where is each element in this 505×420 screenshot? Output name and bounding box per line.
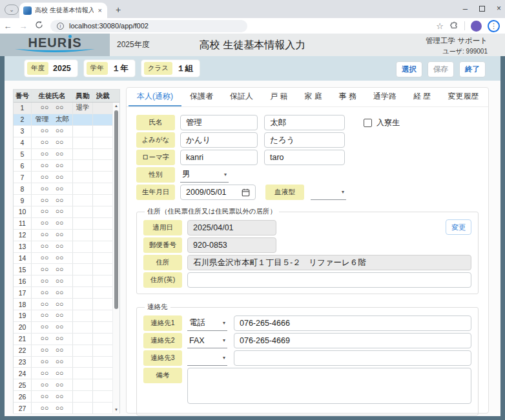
roster-row[interactable]: 4○○ ○○ — [14, 137, 119, 149]
tab-item[interactable]: 家 庭 — [296, 88, 330, 106]
given-kana-input[interactable]: たろう — [264, 132, 345, 148]
roster-row[interactable]: 18○○ ○○ — [14, 299, 119, 310]
browser-tab[interactable]: 高校 生徒基本情報入力 - HEUR × — [19, 3, 107, 18]
contact-type-select[interactable]: FAX▾ — [187, 334, 227, 348]
action-button[interactable]: 選択 — [396, 61, 422, 77]
contact-label: 連絡先2 — [143, 333, 182, 348]
minimize-icon[interactable]: – — [463, 4, 468, 14]
app-page: HEURS 2025年度 高校 生徒基本情報入力 管理工学 サポート ユーザ: … — [0, 34, 505, 420]
roster-row[interactable]: 26○○ ○○ — [14, 391, 119, 403]
roster-cell-name: ○○ ○○ — [32, 264, 73, 275]
tab-item[interactable]: 保証人 — [222, 88, 262, 106]
roster-row[interactable]: 16○○ ○○ — [14, 275, 119, 287]
contact-value-input[interactable] — [234, 350, 471, 366]
tab-item[interactable]: 変更履歴 — [439, 88, 487, 106]
filter-chip[interactable]: クラス１組 — [141, 60, 200, 77]
profile-avatar[interactable] — [471, 21, 482, 32]
roster-cell-approval — [93, 299, 112, 310]
contact-label: 連絡先3 — [143, 350, 182, 366]
tab-item[interactable]: 本人(通称) — [129, 88, 181, 106]
forward-icon[interactable]: → — [15, 21, 31, 31]
tab-item[interactable]: 事 務 — [331, 88, 365, 106]
roster-row[interactable]: 8○○ ○○ — [14, 183, 119, 195]
extensions-icon[interactable] — [449, 21, 459, 30]
roster-row[interactable]: 20○○ ○○ — [14, 322, 119, 334]
roster-row[interactable]: 14○○ ○○ — [14, 253, 119, 265]
roster-row[interactable]: 9○○ ○○ — [14, 195, 119, 206]
roster-row[interactable]: 3○○ ○○ — [14, 126, 119, 137]
tab-item[interactable]: 経 歴 — [405, 88, 439, 106]
given-romaji-input[interactable]: taro — [264, 150, 345, 165]
back-icon[interactable]: ← — [0, 21, 15, 31]
close-icon[interactable]: × — [497, 4, 501, 13]
scrollbar-thumb[interactable] — [114, 110, 118, 309]
blood-type-select[interactable]: ▾ — [311, 185, 346, 200]
tab-item[interactable]: 保護者 — [181, 88, 222, 106]
roster-row[interactable]: 23○○ ○○ — [14, 357, 119, 368]
calendar-icon[interactable] — [242, 188, 250, 197]
roster-row[interactable]: 22○○ ○○ — [14, 345, 119, 357]
bookmark-star-icon[interactable]: ☆ — [436, 21, 444, 31]
roster-cell-name: ○○ ○○ — [32, 322, 73, 333]
url-bar[interactable]: i localhost:30080/app/f002 — [50, 20, 247, 32]
roster-cell-no: 18 — [14, 299, 32, 310]
roster-row[interactable]: 5○○ ○○ — [14, 149, 119, 161]
tab-item[interactable]: 通学路 — [365, 88, 405, 106]
action-button[interactable]: 終了 — [459, 61, 486, 77]
contact-type-select[interactable]: 電話▾ — [187, 316, 227, 331]
scroll-up-icon[interactable]: ▲ — [113, 104, 119, 108]
family-kana-input[interactable]: かんり — [180, 132, 258, 148]
scroll-down-icon[interactable]: ▼ — [113, 408, 119, 412]
roster-row[interactable]: 2管理 太郎 — [14, 114, 119, 126]
roster-row[interactable]: 19○○ ○○ — [14, 310, 119, 322]
address-en-input[interactable] — [187, 272, 471, 288]
filter-chip[interactable]: 年度2025 — [25, 60, 77, 77]
contact-value-input[interactable]: 076-265-4669 — [234, 333, 471, 348]
roster-cell-approval — [93, 253, 112, 264]
roster-row[interactable]: 25○○ ○○ — [14, 379, 119, 391]
tab-search-icon[interactable]: ⌄ — [5, 5, 19, 15]
roster-row[interactable]: 11○○ ○○ — [14, 218, 119, 230]
org-name: 管理工学 サポート — [426, 36, 488, 46]
change-address-button[interactable]: 変更 — [446, 219, 471, 235]
dormitory-checkbox[interactable] — [364, 119, 372, 127]
roster-row[interactable]: 13○○ ○○ — [14, 241, 119, 253]
roster-row[interactable]: 6○○ ○○ — [14, 160, 119, 172]
roster-row[interactable]: 24○○ ○○ — [14, 368, 119, 379]
roster-row[interactable]: 15○○ ○○ — [14, 264, 119, 275]
contact-value-input[interactable]: 076-265-4666 — [234, 315, 471, 331]
site-info-icon[interactable]: i — [57, 23, 64, 30]
roster-row[interactable]: 1○○ ○○退学 — [14, 103, 119, 114]
blood-label: 血液型 — [265, 185, 304, 200]
note-textarea[interactable] — [187, 368, 471, 404]
roster-cell-no: 2 — [14, 114, 32, 125]
birth-date-input[interactable]: 2009/05/01 — [180, 185, 256, 200]
tab-item[interactable]: 戸 籍 — [262, 88, 296, 106]
gender-select[interactable]: 男 ▾ — [180, 168, 229, 183]
note-row: 備考 — [143, 368, 471, 404]
tab-close-icon[interactable]: × — [97, 6, 103, 14]
roster-row[interactable]: 12○○ ○○ — [14, 230, 119, 241]
roster-row[interactable]: 27○○ ○○ — [14, 403, 119, 414]
roster-row[interactable]: 17○○ ○○ — [14, 287, 119, 299]
roster-row[interactable]: 10○○ ○○ — [14, 206, 119, 218]
roster-row[interactable]: 7○○ ○○ — [14, 172, 119, 183]
browser-menu-icon[interactable]: ⋮ — [488, 20, 500, 32]
maximize-icon[interactable] — [479, 6, 485, 12]
filter-chip[interactable]: 学年１年 — [84, 60, 135, 77]
student-roster-table: 番号 生徒氏名 異動 決裁 1○○ ○○退学2管理 太郎3○○ ○○4○○ ○○… — [13, 89, 120, 414]
family-romaji-input[interactable]: kanri — [180, 150, 258, 165]
roster-cell-name: ○○ ○○ — [32, 137, 73, 148]
roster-cell-name: ○○ ○○ — [32, 253, 73, 264]
roster-row[interactable]: 21○○ ○○ — [14, 334, 119, 345]
contact-type-select[interactable]: ▾ — [187, 351, 227, 366]
given-name-input[interactable]: 太郎 — [264, 115, 345, 130]
roster-scrollbar[interactable]: ▲ ▼ — [112, 103, 119, 413]
roster-cell-no: 25 — [14, 379, 32, 390]
new-tab-button[interactable]: + — [112, 4, 124, 15]
reload-icon[interactable] — [31, 21, 46, 31]
family-name-input[interactable]: 管理 — [180, 115, 258, 130]
roster-cell-no: 13 — [14, 241, 32, 252]
contact-rows: 連絡先1電話▾076-265-4666連絡先2FAX▾076-265-4669連… — [143, 315, 471, 366]
roster-cell-no: 8 — [14, 183, 32, 194]
